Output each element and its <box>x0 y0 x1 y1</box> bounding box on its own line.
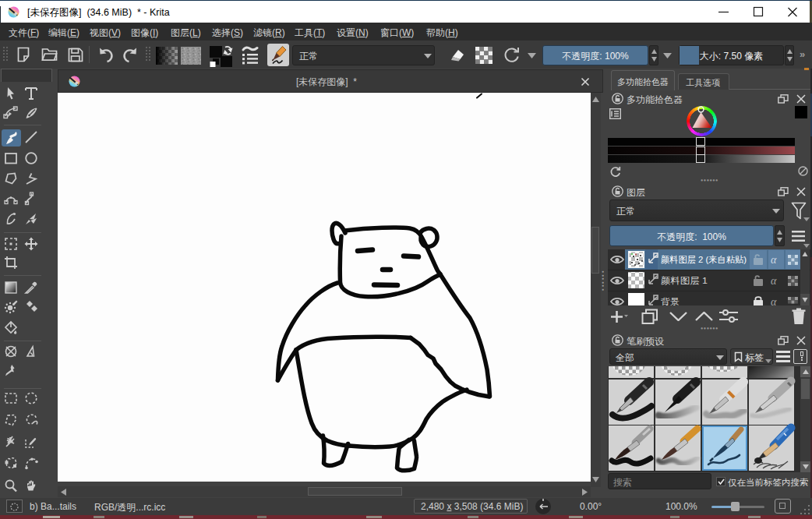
svg-text:背景: 背景 <box>661 297 680 305</box>
svg-text:颜料图层 1: 颜料图层 1 <box>661 276 708 285</box>
svg-text:α: α <box>771 275 777 287</box>
svg-text:α: α <box>771 254 777 266</box>
svg-text:颜料图层 2 (来自粘贴): 颜料图层 2 (来自粘贴) <box>661 255 747 264</box>
svg-text:α: α <box>771 296 777 305</box>
